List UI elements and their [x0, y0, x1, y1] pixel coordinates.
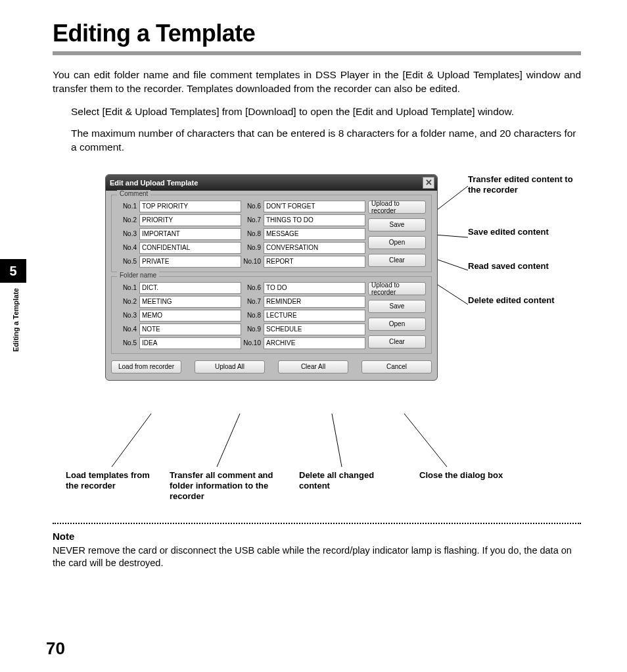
clear-button-2[interactable]: Clear — [368, 335, 426, 348]
dialog-title: Edit and Upload Template — [110, 179, 198, 187]
svg-line-5 — [217, 414, 240, 467]
step-2: The maximum number of characters that ca… — [71, 127, 581, 155]
comment-input-2[interactable]: PRIORITY — [139, 214, 241, 226]
callout-cancel: Close the dialog box — [419, 470, 511, 481]
label: No.2 — [117, 298, 137, 305]
label: No.8 — [241, 312, 261, 319]
folder-group-title: Folder name — [117, 272, 159, 279]
load-from-recorder-button[interactable]: Load from recorder — [111, 360, 181, 373]
callout-load: Load templates from the recorder — [66, 470, 158, 492]
label: No.1 — [117, 284, 137, 291]
svg-line-6 — [332, 414, 342, 467]
comment-input-7[interactable]: THINGS TO DO — [264, 214, 365, 226]
callout-read: Read saved content — [468, 261, 573, 272]
open-button[interactable]: Open — [368, 236, 426, 249]
comment-input-5[interactable]: PRIVATE — [139, 256, 241, 268]
folder-input-8[interactable]: LECTURE — [264, 310, 365, 322]
label: No.8 — [241, 230, 261, 237]
dotted-separator — [53, 523, 581, 524]
label: No.4 — [117, 325, 137, 333]
dialog-titlebar: Edit and Upload Template ✕ — [106, 175, 437, 191]
label: No.6 — [241, 203, 261, 210]
folder-input-9[interactable]: SCHEDULE — [264, 324, 365, 335]
intro-paragraph: You can edit folder name and file commen… — [53, 68, 581, 96]
close-icon[interactable]: ✕ — [423, 177, 434, 189]
svg-line-7 — [404, 414, 447, 467]
svg-line-0 — [434, 186, 468, 212]
label: No.10 — [241, 258, 261, 265]
callout-upload-all: Transfer all comment and folder informat… — [170, 470, 288, 502]
clear-all-button[interactable]: Clear All — [278, 360, 348, 373]
comment-input-9[interactable]: CONVERSATION — [264, 242, 365, 254]
folder-input-7[interactable]: REMINDER — [264, 296, 365, 308]
title-rule — [53, 51, 581, 55]
upload-to-recorder-button[interactable]: Upload to recorder — [368, 201, 426, 214]
folder-input-5[interactable]: IDEA — [139, 337, 241, 349]
open-button-2[interactable]: Open — [368, 318, 426, 331]
callout-clear-all: Delete all changed content — [299, 470, 404, 492]
bottom-button-row: Load from recorder Upload All Clear All … — [106, 358, 437, 380]
comment-input-3[interactable]: IMPORTANT — [139, 228, 241, 240]
folder-input-10[interactable]: ARCHIVE — [264, 337, 365, 349]
step-1: Select [Edit & Upload Templates] from [D… — [71, 105, 581, 119]
callout-save: Save edited content — [468, 227, 573, 237]
label: No.1 — [117, 203, 137, 210]
label: No.5 — [117, 258, 137, 265]
comment-input-10[interactable]: REPORT — [264, 256, 365, 268]
folder-input-3[interactable]: MEMO — [139, 310, 241, 322]
label: No.9 — [241, 325, 261, 333]
upload-all-button[interactable]: Upload All — [195, 360, 265, 373]
label: No.3 — [117, 230, 137, 237]
label: No.6 — [241, 284, 261, 291]
save-button-2[interactable]: Save — [368, 300, 426, 313]
folder-input-2[interactable]: MEETING — [139, 296, 241, 308]
page-number: 70 — [46, 638, 65, 659]
callout-delete: Delete edited content — [468, 295, 573, 306]
save-button[interactable]: Save — [368, 218, 426, 231]
comment-input-6[interactable]: DON'T FORGET — [264, 201, 365, 212]
cancel-button[interactable]: Cancel — [361, 360, 432, 373]
label: No.3 — [117, 312, 137, 319]
label: No.5 — [117, 339, 137, 347]
page-title: Editing a Template — [53, 20, 581, 47]
comment-group: Comment No.1TOP PRIORITY No.2PRIORITY No… — [111, 195, 432, 272]
folder-input-1[interactable]: DICT. — [139, 282, 241, 294]
callout-transfer: Transfer edited content to the recorder — [468, 174, 573, 196]
comment-group-title: Comment — [117, 190, 151, 197]
comment-input-8[interactable]: MESSAGE — [264, 228, 365, 240]
label: No.2 — [117, 216, 137, 224]
label: No.7 — [241, 216, 261, 224]
folder-input-6[interactable]: TO DO — [264, 282, 365, 294]
note-text: NEVER remove the card or disconnect the … — [53, 544, 581, 570]
svg-line-4 — [112, 414, 151, 467]
label: No.9 — [241, 244, 261, 251]
folder-name-group: Folder name No.1DICT. No.2MEETING No.3ME… — [111, 276, 432, 354]
note-heading: Note — [53, 531, 581, 542]
comment-input-1[interactable]: TOP PRIORITY — [139, 201, 241, 212]
comment-input-4[interactable]: CONFIDENTIAL — [139, 242, 241, 254]
label: No.4 — [117, 244, 137, 251]
label: No.10 — [241, 339, 261, 347]
upload-to-recorder-button-2[interactable]: Upload to recorder — [368, 282, 426, 295]
folder-input-4[interactable]: NOTE — [139, 324, 241, 335]
label: No.7 — [241, 298, 261, 305]
figure-area: Edit and Upload Template ✕ Comment No.1T… — [0, 174, 627, 523]
clear-button[interactable]: Clear — [368, 254, 426, 267]
edit-upload-template-dialog: Edit and Upload Template ✕ Comment No.1T… — [105, 174, 438, 381]
